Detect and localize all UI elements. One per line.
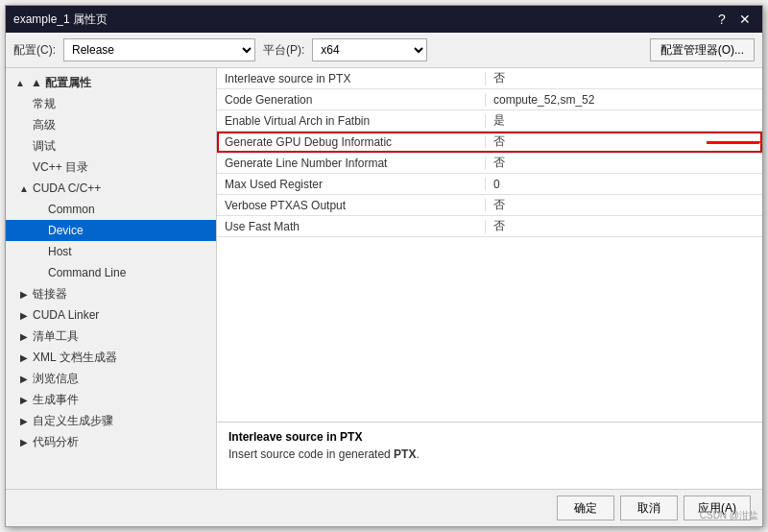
cuda-linker-toggle-icon: ▶	[17, 308, 31, 322]
sidebar-item-code-analysis[interactable]: ▶ 代码分析	[6, 431, 216, 452]
root-toggle-icon: ▲	[13, 76, 27, 89]
command-line-label: Command Line	[48, 266, 126, 279]
platform-label: 平台(P):	[263, 42, 304, 59]
config-select[interactable]: Release	[63, 38, 255, 61]
linker-label: 链接器	[33, 286, 67, 302]
tree-root[interactable]: ▲ ▲ 配置属性	[6, 72, 216, 93]
build-events-toggle-icon: ▶	[17, 393, 31, 406]
clean-tools-label: 清单工具	[33, 328, 79, 345]
prop-value-7: 否	[486, 218, 762, 234]
desc-text-after: .	[416, 447, 419, 461]
toolbar: 配置(C): Release 平台(P): x64 配置管理器(O)...	[6, 33, 762, 68]
host-label: Host	[48, 245, 72, 258]
sidebar-item-build-events[interactable]: ▶ 生成事件	[6, 389, 216, 410]
title-bar: example_1 属性页 ? ✕	[6, 6, 762, 33]
general-label: 常规	[33, 96, 56, 112]
dialog-title: example_1 属性页	[13, 12, 108, 28]
table-row[interactable]: Code Generation compute_52,sm_52	[217, 89, 762, 110]
cuda-linker-label: CUDA Linker	[33, 308, 99, 322]
config-label: 配置(C):	[13, 42, 56, 59]
device-label: Device	[48, 224, 84, 237]
sidebar-item-xml-gen[interactable]: ▶ XML 文档生成器	[6, 347, 216, 368]
cuda-cpp-toggle-icon: ▲	[17, 181, 31, 195]
vcpp-dirs-label: VC++ 目录	[33, 159, 88, 176]
clean-tools-toggle-icon: ▶	[17, 329, 31, 343]
help-button[interactable]: ?	[712, 10, 732, 29]
cancel-button[interactable]: 取消	[620, 496, 678, 520]
footer: 确定 取消 应用(A) CSDN @泔盐	[6, 489, 762, 526]
close-button[interactable]: ✕	[735, 10, 755, 29]
prop-name-1: Code Generation	[217, 93, 486, 107]
xml-gen-toggle-icon: ▶	[17, 351, 31, 364]
platform-select[interactable]: x64	[312, 38, 427, 61]
table-row[interactable]: Use Fast Math 否	[217, 216, 762, 237]
sidebar-item-clean-tools[interactable]: ▶ 清单工具	[6, 326, 216, 347]
sidebar-item-general[interactable]: 常规	[6, 93, 216, 114]
properties-table: Interleave source in PTX 否 Code Generati…	[217, 68, 762, 422]
browse-info-label: 浏览信息	[33, 371, 79, 387]
common-label: Common	[48, 203, 95, 216]
prop-name-7: Use Fast Math	[217, 220, 486, 233]
advanced-label: 高级	[33, 117, 56, 133]
description-panel: Interleave source in PTX Insert source c…	[217, 422, 762, 489]
prop-value-1: compute_52,sm_52	[486, 93, 762, 107]
prop-value-5: 0	[486, 178, 762, 191]
sidebar-item-cuda-cpp[interactable]: ▲ CUDA C/C++	[6, 178, 216, 199]
prop-name-5: Max Used Register	[217, 178, 486, 191]
debug-label: 调试	[33, 138, 56, 155]
prop-name-2: Enable Virtual Arch in Fatbin	[217, 114, 486, 128]
sidebar-item-vcpp-dirs[interactable]: VC++ 目录	[6, 157, 216, 178]
build-events-label: 生成事件	[33, 392, 79, 408]
sidebar-item-device[interactable]: Device	[6, 220, 216, 241]
properties-dialog: example_1 属性页 ? ✕ 配置(C): Release 平台(P): …	[5, 5, 763, 527]
main-content: ▲ ▲ 配置属性 常规 高级 调试 VC++ 目录 ▲ CUDA C/C++ C…	[6, 68, 762, 489]
table-row[interactable]: Enable Virtual Arch in Fatbin 是	[217, 110, 762, 132]
config-manager-button[interactable]: 配置管理器(O)...	[650, 38, 755, 61]
watermark: CSDN @泔盐	[700, 509, 758, 522]
xml-gen-label: XML 文档生成器	[33, 350, 117, 366]
custom-steps-toggle-icon: ▶	[17, 414, 31, 427]
sidebar: ▲ ▲ 配置属性 常规 高级 调试 VC++ 目录 ▲ CUDA C/C++ C…	[6, 68, 217, 489]
table-row[interactable]: Max Used Register 0	[217, 174, 762, 195]
ok-button[interactable]: 确定	[557, 496, 614, 520]
sidebar-item-common[interactable]: Common	[6, 199, 216, 220]
tree-root-label: ▲ 配置属性	[31, 75, 91, 91]
highlighted-row-container: Generate GPU Debug Informatic 否	[217, 132, 762, 153]
title-controls: ? ✕	[712, 10, 755, 29]
sidebar-item-linker[interactable]: ▶ 链接器	[6, 283, 216, 304]
table-row[interactable]: Interleave source in PTX 否	[217, 68, 762, 89]
sidebar-item-cuda-linker[interactable]: ▶ CUDA Linker	[6, 304, 216, 326]
table-row-highlighted[interactable]: Generate GPU Debug Informatic 否	[217, 132, 762, 153]
table-row[interactable]: Generate Line Number Informat 否	[217, 153, 762, 174]
prop-name-3: Generate GPU Debug Informatic	[217, 135, 486, 149]
code-analysis-label: 代码分析	[33, 434, 79, 450]
sidebar-item-advanced[interactable]: 高级	[6, 114, 216, 135]
prop-value-4: 否	[486, 155, 762, 171]
desc-text-before: Insert source code in generated	[228, 447, 394, 461]
prop-value-2: 是	[486, 112, 762, 129]
properties-panel: Interleave source in PTX 否 Code Generati…	[217, 68, 762, 489]
code-analysis-toggle-icon: ▶	[17, 435, 31, 448]
browse-info-toggle-icon: ▶	[17, 372, 31, 385]
linker-toggle-icon: ▶	[17, 287, 31, 301]
prop-name-4: Generate Line Number Informat	[217, 157, 486, 170]
prop-name-0: Interleave source in PTX	[217, 72, 486, 85]
table-row[interactable]: Verbose PTXAS Output 否	[217, 195, 762, 216]
prop-value-0: 否	[486, 70, 762, 86]
sidebar-item-custom-steps[interactable]: ▶ 自定义生成步骤	[6, 410, 216, 431]
custom-steps-label: 自定义生成步骤	[33, 413, 113, 429]
desc-bold: PTX	[394, 447, 416, 461]
description-title: Interleave source in PTX	[228, 430, 751, 444]
sidebar-item-debug[interactable]: 调试	[6, 135, 216, 157]
sidebar-item-browse-info[interactable]: ▶ 浏览信息	[6, 368, 216, 389]
cuda-cpp-label: CUDA C/C++	[33, 181, 101, 195]
prop-value-3: 否	[486, 133, 762, 150]
description-text: Insert source code in generated PTX.	[228, 447, 751, 461]
prop-name-6: Verbose PTXAS Output	[217, 199, 486, 212]
sidebar-item-host[interactable]: Host	[6, 241, 216, 262]
sidebar-item-command-line[interactable]: Command Line	[6, 262, 216, 283]
prop-value-6: 否	[486, 197, 762, 213]
